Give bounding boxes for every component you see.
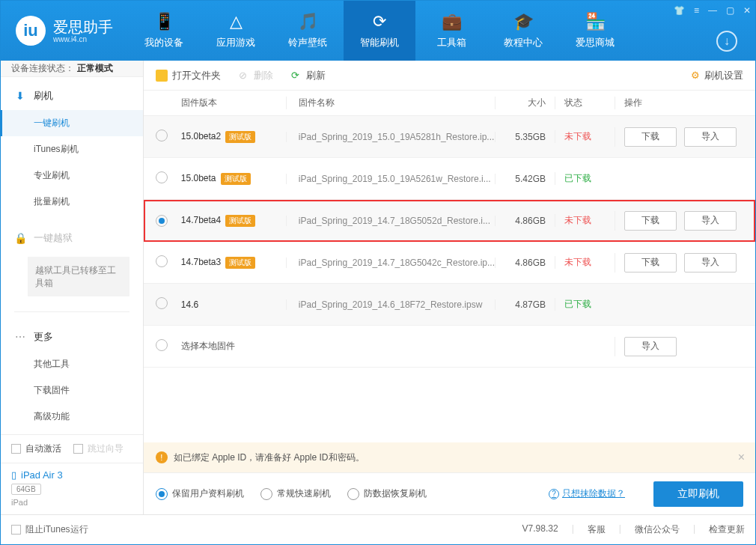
flash-icon: ⬇	[14, 90, 26, 102]
import-button[interactable]: 导入	[684, 127, 737, 147]
sidebar-item-flash-0[interactable]: 一键刷机	[1, 110, 143, 136]
app-logo[interactable]: iu 爱思助手 www.i4.cn	[1, 16, 128, 46]
table-header: 固件版本 固件名称 大小 状态 操作	[144, 91, 755, 116]
auto-activate-checkbox[interactable]	[11, 444, 21, 454]
logo-icon: iu	[16, 16, 46, 46]
sidebar: 设备连接状态：正常模式 ⬇ 刷机 一键刷机iTunes刷机专业刷机批量刷机 🔒 …	[1, 61, 144, 514]
row-radio[interactable]	[156, 215, 168, 227]
titlebar: iu 爱思助手 www.i4.cn 📱我的设备△应用游戏🎵铃声壁纸⟳智能刷机💼工…	[1, 1, 755, 61]
minimize-icon[interactable]: —	[708, 5, 717, 16]
flash-settings-button[interactable]: ⚙ 刷机设置	[691, 69, 743, 82]
local-firmware-row[interactable]: 选择本地固件 导入	[144, 326, 755, 368]
nav-icon: 🎵	[298, 12, 318, 31]
more-icon: ⋯	[14, 331, 26, 343]
app-domain: www.i4.cn	[53, 35, 113, 43]
row-radio[interactable]	[156, 339, 168, 351]
skip-guide-label: 跳过向导	[88, 442, 124, 455]
nav-icon: 🎓	[513, 12, 534, 31]
maximize-icon[interactable]: ▢	[726, 5, 734, 16]
flash-now-button[interactable]: 立即刷机	[653, 481, 743, 507]
nav-6[interactable]: 🏪爱思商城	[559, 1, 631, 61]
customer-service-link[interactable]: 客服	[588, 523, 606, 536]
skip-guide-checkbox	[73, 444, 83, 454]
firmware-row[interactable]: 15.0beta2测试版 iPad_Spring_2019_15.0_19A52…	[144, 116, 755, 158]
firmware-row[interactable]: 14.7beta3测试版 iPad_Spring_2019_14.7_18G50…	[144, 242, 755, 284]
sidebar-more-head[interactable]: ⋯ 更多	[1, 323, 143, 351]
nav-0[interactable]: 📱我的设备	[128, 1, 200, 61]
sidebar-item-flash-3[interactable]: 批量刷机	[1, 189, 143, 215]
row-radio[interactable]	[156, 255, 168, 267]
nav-icon: 📱	[154, 12, 174, 31]
beta-tag: 测试版	[225, 215, 255, 227]
warning-close-icon[interactable]: ×	[738, 451, 745, 464]
nav-4[interactable]: 💼工具箱	[415, 1, 487, 61]
warning-bar: ! 如已绑定 Apple ID，请准备好 Apple ID和密码。 ×	[144, 442, 755, 472]
import-button[interactable]: 导入	[684, 211, 737, 231]
delete-button: ⊘ 删除	[237, 69, 273, 82]
lock-icon: 🔒	[14, 232, 26, 244]
row-radio[interactable]	[156, 297, 168, 309]
tshirt-icon[interactable]: 👕	[674, 5, 685, 16]
sidebar-item-flash-1[interactable]: iTunes刷机	[1, 136, 143, 162]
option-normal[interactable]: 常规快速刷机	[260, 487, 331, 500]
beta-tag: 测试版	[225, 131, 255, 143]
block-itunes-checkbox[interactable]	[11, 525, 21, 535]
nav-icon: 🏪	[585, 12, 606, 31]
device-icon: ▯	[11, 469, 16, 481]
download-progress-icon[interactable]: ↓	[716, 31, 737, 52]
nav-icon: 💼	[442, 12, 462, 31]
help-icon: ?	[549, 489, 559, 499]
close-icon[interactable]: ✕	[743, 5, 751, 16]
menu-icon[interactable]: ≡	[694, 5, 699, 16]
firmware-row[interactable]: 14.6 iPad_Spring_2019_14.6_18F72_Restore…	[144, 284, 755, 326]
option-antiloss[interactable]: 防数据恢复刷机	[347, 487, 427, 500]
download-button[interactable]: 下载	[624, 127, 677, 147]
nav-icon: ⟳	[373, 12, 386, 31]
folder-icon	[156, 70, 168, 82]
nav-2[interactable]: 🎵铃声壁纸	[272, 1, 344, 61]
sidebar-flash-head[interactable]: ⬇ 刷机	[1, 82, 143, 110]
wechat-link[interactable]: 微信公众号	[635, 523, 680, 536]
sidebar-item-more-2[interactable]: 高级功能	[1, 404, 143, 430]
app-name: 爱思助手	[53, 19, 113, 35]
jailbreak-note: 越狱工具已转移至工具箱	[28, 257, 129, 297]
beta-tag: 测试版	[221, 173, 251, 185]
main-panel: 打开文件夹 ⊘ 删除 ⟳ 刷新 ⚙ 刷机设置 固件版本 固件名称 大小 状态 操…	[144, 61, 755, 514]
nav-5[interactable]: 🎓教程中心	[487, 1, 559, 61]
firmware-row[interactable]: 15.0beta测试版 iPad_Spring_2019_15.0_19A526…	[144, 158, 755, 200]
auto-activate-label: 自动激活	[25, 442, 61, 455]
erase-data-link[interactable]: ? 只想抹除数据？	[549, 487, 625, 500]
gear-icon: ⚙	[691, 70, 700, 81]
open-folder-button[interactable]: 打开文件夹	[156, 69, 221, 82]
import-button[interactable]: 导入	[624, 337, 677, 356]
row-radio[interactable]	[156, 171, 168, 183]
row-radio[interactable]	[156, 130, 168, 141]
window-controls: 👕 ≡ — ▢ ✕	[674, 5, 751, 16]
import-button[interactable]: 导入	[684, 253, 737, 272]
toolbar: 打开文件夹 ⊘ 删除 ⟳ 刷新 ⚙ 刷机设置	[144, 61, 755, 91]
sidebar-item-more-0[interactable]: 其他工具	[1, 351, 143, 377]
download-button[interactable]: 下载	[624, 211, 677, 231]
footer: 阻止iTunes运行 V7.98.32 | 客服 | 微信公众号 | 检查更新	[1, 514, 755, 544]
nav-3[interactable]: ⟳智能刷机	[344, 1, 415, 61]
delete-icon: ⊘	[237, 70, 249, 82]
download-button[interactable]: 下载	[624, 253, 677, 272]
nav-icon: △	[230, 12, 243, 31]
nav-1[interactable]: △应用游戏	[200, 1, 272, 61]
beta-tag: 测试版	[225, 257, 255, 269]
firmware-row[interactable]: 14.7beta4测试版 iPad_Spring_2019_14.7_18G50…	[144, 200, 755, 242]
main-nav: 📱我的设备△应用游戏🎵铃声壁纸⟳智能刷机💼工具箱🎓教程中心🏪爱思商城	[128, 1, 631, 61]
refresh-icon: ⟳	[290, 70, 302, 82]
version-label: V7.98.32	[522, 523, 558, 536]
warning-icon: !	[156, 451, 168, 463]
connection-status: 设备连接状态：正常模式	[1, 61, 143, 77]
check-update-link[interactable]: 检查更新	[709, 523, 745, 536]
flash-options: 保留用户资料刷机 常规快速刷机 防数据恢复刷机 ? 只想抹除数据？ 立即刷机	[144, 472, 755, 514]
device-info[interactable]: ▯iPad Air 3 64GB iPad	[1, 463, 143, 514]
option-keep-data[interactable]: 保留用户资料刷机	[156, 487, 244, 500]
sidebar-jailbreak-head: 🔒 一键越狱	[1, 224, 143, 252]
sidebar-item-more-1[interactable]: 下载固件	[1, 377, 143, 404]
sidebar-item-flash-2[interactable]: 专业刷机	[1, 162, 143, 189]
refresh-button[interactable]: ⟳ 刷新	[290, 69, 326, 82]
